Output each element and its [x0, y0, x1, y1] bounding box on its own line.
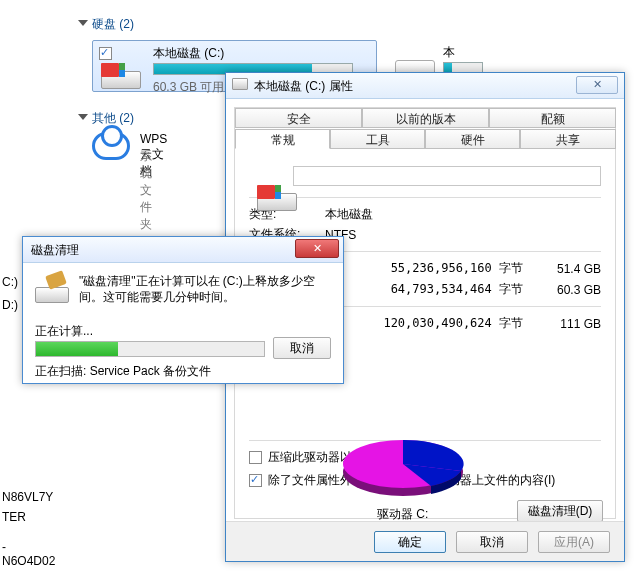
cleanup-message: "磁盘清理"正在计算可以在 (C:)上释放多少空间。这可能需要几分钟时间。 — [79, 273, 331, 305]
used-size: 51.4 GB — [541, 262, 601, 276]
free-size: 60.3 GB — [541, 283, 601, 297]
window-title: 本地磁盘 (C:) 属性 — [254, 78, 353, 95]
sidebar-text: D:) — [2, 298, 18, 312]
tab-sharing[interactable]: 共享 — [520, 129, 616, 149]
close-button[interactable]: ✕ — [295, 239, 339, 258]
titlebar[interactable]: 本地磁盘 (C:) 属性 ✕ — [226, 73, 624, 99]
checkbox[interactable] — [249, 451, 262, 464]
tab-hardware[interactable]: 硬件 — [425, 129, 520, 149]
drive-icon — [232, 78, 248, 90]
hdd-icon — [257, 185, 297, 211]
dialog-footer: 确定 取消 应用(A) — [226, 521, 624, 561]
capacity-bytes: 120,030,490,624 字节 — [383, 315, 523, 332]
disk-cleanup-button[interactable]: 磁盘清理(D) — [517, 500, 603, 522]
group-label: 其他 (2) — [92, 111, 134, 125]
collapse-icon — [78, 114, 88, 120]
titlebar[interactable]: 磁盘清理 ✕ — [23, 237, 343, 263]
drive-checkbox[interactable] — [99, 47, 112, 60]
tab-general[interactable]: 常规 — [235, 129, 330, 149]
calculating-label: 正在计算... — [35, 323, 93, 340]
used-bytes: 55,236,956,160 字节 — [383, 260, 523, 277]
close-button[interactable]: ✕ — [576, 76, 618, 94]
hdd-icon — [101, 63, 141, 89]
separator — [249, 197, 601, 198]
scanning-label: 正在扫描: Service Pack 备份文件 — [35, 363, 211, 380]
cleanup-icon — [35, 277, 69, 303]
volume-name-input[interactable] — [293, 166, 601, 186]
cancel-button[interactable]: 取消 — [273, 337, 331, 359]
apply-button[interactable]: 应用(A) — [538, 531, 610, 553]
sidebar-text: TER — [2, 510, 26, 524]
capacity-size: 111 GB — [541, 317, 601, 331]
disk-cleanup-dialog: 磁盘清理 ✕ "磁盘清理"正在计算可以在 (C:)上释放多少空间。这可能需要几分… — [22, 236, 344, 384]
tab-strip: 安全 以前的版本 配额 常规 工具 硬件 共享 — [235, 108, 615, 150]
window-title: 磁盘清理 — [31, 242, 79, 259]
tab-quota[interactable]: 配额 — [489, 108, 616, 128]
sidebar-text: N86VL7Y — [2, 490, 53, 504]
cancel-button[interactable]: 取消 — [456, 531, 528, 553]
tab-tools[interactable]: 工具 — [330, 129, 425, 149]
group-label: 硬盘 (2) — [92, 17, 134, 31]
pie-chart — [333, 432, 473, 502]
collapse-icon — [78, 20, 88, 26]
checkbox[interactable] — [249, 474, 262, 487]
progress-bar — [35, 341, 265, 357]
group-header-drives[interactable]: 硬盘 (2) — [92, 16, 134, 33]
item-subtitle: 系统文件夹 — [140, 148, 152, 233]
free-bytes: 64,793,534,464 字节 — [383, 281, 523, 298]
sidebar-text: -N6O4D02 — [2, 540, 55, 568]
type-value: 本地磁盘 — [325, 206, 373, 223]
ok-button[interactable]: 确定 — [374, 531, 446, 553]
tab-previous-versions[interactable]: 以前的版本 — [362, 108, 489, 128]
sidebar-text: C:) — [2, 275, 18, 289]
cloud-icon — [92, 132, 130, 160]
drive-title: 本地磁盘 (C:) — [153, 45, 224, 62]
tab-security[interactable]: 安全 — [235, 108, 362, 128]
